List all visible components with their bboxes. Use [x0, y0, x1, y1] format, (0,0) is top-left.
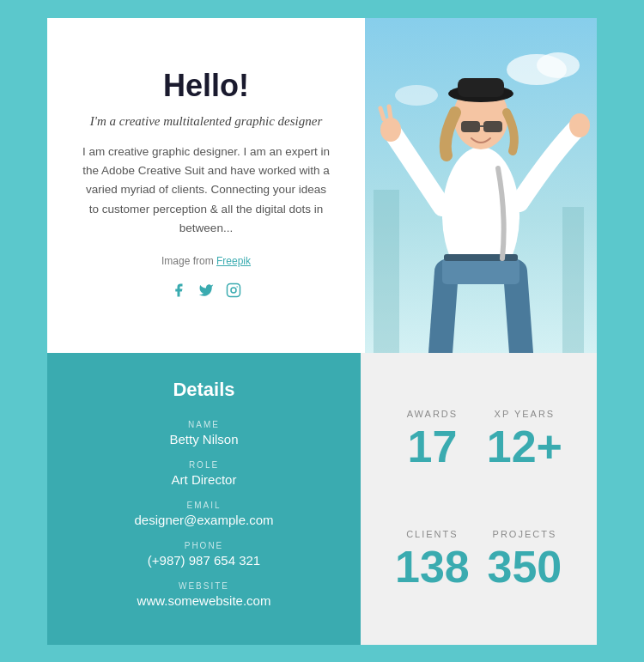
stat-clients-label: CLIENTS	[406, 529, 458, 539]
card-wrapper: Hello! I'm a creative multitalented grap…	[47, 18, 597, 645]
phone-value: (+987) 987 654 321	[148, 553, 260, 568]
stat-awards: AWARDS 17	[386, 379, 478, 499]
details-panel: Details NAME Betty Nilson ROLE Art Direc…	[47, 353, 361, 645]
phone-item: PHONE (+987) 987 654 321	[148, 541, 260, 568]
image-credit-prefix: Image from	[161, 255, 216, 267]
email-label: EMAIL	[135, 501, 274, 510]
stat-clients-value: 138	[395, 544, 470, 589]
stat-xp-years: XP YEARS 12+	[478, 379, 571, 499]
image-credit: Image from Freepik	[161, 255, 251, 267]
email-value: designer@example.com	[135, 513, 274, 527]
svg-rect-14	[483, 121, 502, 132]
stat-awards-label: AWARDS	[407, 409, 458, 419]
svg-rect-17	[444, 254, 518, 261]
website-label: WEBSITE	[137, 581, 271, 591]
tagline: I'm a creative multitalented graphic des…	[90, 114, 323, 129]
svg-rect-16	[442, 258, 519, 284]
stat-awards-value: 17	[407, 424, 457, 469]
name-label: NAME	[169, 420, 238, 429]
svg-point-19	[569, 113, 590, 137]
phone-label: PHONE	[148, 541, 260, 550]
role-value: Art Director	[172, 472, 237, 487]
description: I am creative graphic designer. I am an …	[82, 143, 331, 238]
details-title: Details	[173, 379, 234, 401]
photo-placeholder	[365, 18, 597, 353]
twitter-icon[interactable]	[198, 282, 214, 302]
svg-point-6	[395, 85, 438, 106]
name-value: Betty Nilson	[169, 432, 238, 446]
stat-projects-value: 350	[488, 544, 562, 589]
svg-rect-0	[228, 284, 240, 297]
svg-rect-7	[374, 190, 399, 353]
name-item: NAME Betty Nilson	[169, 420, 238, 446]
hello-title: Hello!	[163, 68, 249, 104]
svg-rect-8	[562, 207, 584, 353]
stats-panel: AWARDS 17 XP YEARS 12+ CLIENTS 138 PROJE…	[361, 353, 597, 645]
email-item: EMAIL designer@example.com	[135, 501, 274, 527]
website-item: WEBSITE www.somewebsite.com	[137, 581, 271, 608]
svg-line-21	[389, 106, 391, 118]
role-label: ROLE	[172, 460, 237, 470]
top-section: Hello! I'm a creative multitalented grap…	[47, 18, 597, 353]
svg-rect-12	[458, 78, 504, 97]
stat-projects: PROJECTS 350	[478, 499, 571, 619]
stat-clients: CLIENTS 138	[386, 499, 478, 619]
role-item: ROLE Art Director	[172, 460, 237, 487]
intro-panel: Hello! I'm a creative multitalented grap…	[47, 18, 365, 353]
svg-point-1	[231, 288, 236, 293]
photo-panel	[365, 18, 597, 353]
bottom-section: Details NAME Betty Nilson ROLE Art Direc…	[47, 353, 597, 645]
instagram-icon[interactable]	[226, 282, 241, 302]
freepik-link[interactable]: Freepik	[216, 255, 251, 267]
stat-projects-label: PROJECTS	[493, 529, 557, 539]
svg-rect-13	[461, 121, 480, 132]
stat-xp-years-label: XP YEARS	[495, 409, 556, 419]
website-value: www.somewebsite.com	[137, 593, 271, 608]
facebook-icon[interactable]	[171, 282, 186, 302]
svg-point-5	[537, 52, 580, 78]
social-icons	[171, 282, 241, 302]
stat-xp-years-value: 12+	[487, 424, 562, 469]
